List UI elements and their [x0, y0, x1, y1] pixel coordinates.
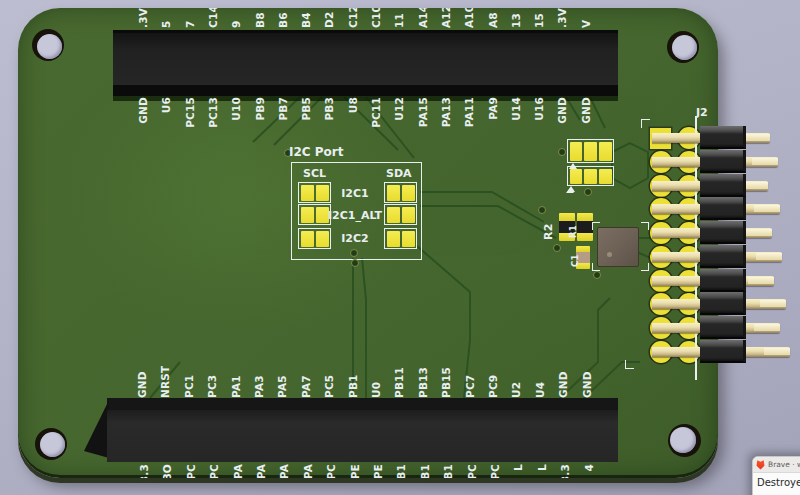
pin-label: D2	[323, 12, 335, 28]
i2c-row-label: I2C1	[310, 187, 400, 200]
j2-silk-corner	[641, 119, 650, 128]
pin-label: U4	[534, 382, 546, 398]
pin-label: L	[536, 464, 548, 471]
pin-label: PA	[278, 464, 290, 478]
pin1-dot	[607, 252, 612, 257]
pin-label: .3V	[556, 8, 568, 28]
mounting-hole-bottom-right	[668, 424, 701, 457]
pin-label: PB5	[300, 97, 312, 121]
pin-label: PB1	[395, 464, 407, 478]
j2-body-segment	[700, 150, 746, 173]
smd-pad	[402, 231, 415, 247]
pin-label: A8	[487, 12, 499, 28]
via	[584, 188, 592, 196]
pin-label: PC15	[184, 97, 196, 128]
pin-label: U6	[160, 97, 172, 113]
j2-body-segment	[700, 174, 746, 197]
via	[538, 206, 546, 214]
j2-pin-tip	[756, 253, 782, 260]
c1-designator: C1	[569, 254, 581, 267]
pin-label: PC1	[183, 375, 195, 398]
pin-label: C12	[347, 8, 359, 28]
pin-label: PC	[466, 464, 478, 478]
pin-label: B4	[300, 12, 312, 28]
pin-label: 15	[533, 13, 545, 28]
pin-label: PA	[255, 464, 267, 478]
pin-label: 3.3	[559, 464, 571, 478]
via	[558, 148, 566, 156]
pin-label: PB15	[440, 367, 452, 398]
notification-source: Brave · ww	[768, 460, 800, 469]
brave-icon	[756, 460, 765, 470]
notification-header: Brave · ww	[753, 457, 800, 473]
via	[351, 259, 359, 267]
via	[350, 249, 358, 257]
r1-designator: R1	[567, 225, 579, 238]
pin-label: 4	[583, 464, 595, 472]
pin-label: C10	[370, 8, 382, 28]
pin-label: BO	[161, 464, 173, 478]
j2-pin-tip	[748, 277, 774, 284]
j2-body-segment	[700, 221, 746, 244]
pin-label: PA3	[253, 375, 265, 398]
pin-label: PB9	[254, 97, 266, 121]
pin-label: PC	[325, 464, 337, 478]
pin-label: 5	[160, 20, 172, 28]
resistor-r1	[577, 213, 593, 241]
pin-label: PA5	[276, 375, 288, 398]
pin-label: V	[580, 20, 592, 28]
j2-designator: J2	[696, 106, 708, 119]
notification-title: Destroyer T	[753, 473, 800, 488]
i2c-row-label: I2C1_ALT	[310, 209, 400, 222]
j2-body-segment	[700, 292, 746, 315]
pin-label: PB1	[347, 374, 359, 398]
j2-pin-tip	[760, 300, 786, 307]
pin-label: PE	[372, 464, 384, 478]
pin-label: U14	[510, 97, 522, 121]
pcb-board: I2C Port SCL SDA I2C1 I2C1_ALT I2C2 R2 R…	[18, 8, 718, 478]
pin-label: PA1	[230, 375, 242, 398]
pin-label: GND	[137, 97, 149, 124]
jumper-pad-block-1	[567, 139, 614, 163]
pin-label: PC3	[206, 375, 218, 398]
pin-label: 11	[393, 13, 405, 28]
ic-chip	[597, 227, 639, 267]
chip-silk-corner	[641, 222, 649, 230]
j2-body-segment	[700, 316, 746, 339]
browser-notification[interactable]: Brave · ww Destroyer T	[752, 456, 800, 495]
pin-label: GND	[581, 371, 593, 398]
pin-label: PA13	[440, 97, 452, 127]
pin-label: NRST	[159, 366, 171, 398]
silk-triangle	[566, 188, 574, 193]
pin-label: PA9	[487, 97, 499, 120]
j2-pin-tip	[764, 348, 790, 355]
j2-body-segment	[700, 245, 746, 268]
pin-label: GND	[580, 97, 592, 124]
j2-body-segment	[700, 340, 746, 363]
via	[593, 271, 601, 279]
j2-body-segment	[700, 126, 746, 149]
smd-pad	[402, 185, 415, 201]
j2-body-segment	[700, 197, 746, 220]
pin-label: PB1	[419, 464, 431, 478]
mounting-hole-top-right	[667, 31, 699, 63]
pin-label: PE	[349, 464, 361, 478]
j2-silk-line	[695, 116, 697, 380]
mounting-hole-bottom-left	[35, 428, 67, 460]
mounting-hole-top-left	[32, 29, 64, 61]
i2c-row-label: I2C2	[310, 232, 400, 245]
pin-label: GND	[557, 371, 569, 398]
pin-label: PB7	[277, 97, 289, 121]
pin-label: C14	[207, 8, 219, 28]
pin-label: PC13	[207, 97, 219, 128]
pin-label: PB3	[323, 97, 335, 121]
j2-pin-tip	[746, 229, 772, 236]
pin-label: 7	[184, 20, 196, 28]
pin-label: .3V	[137, 8, 149, 28]
pin-label: 3.3	[138, 464, 150, 478]
pin-label: A10	[463, 8, 475, 28]
pin-label: PA11	[463, 97, 475, 127]
pin-label: PC11	[370, 97, 382, 128]
pin-label: PA	[232, 464, 244, 478]
via	[553, 244, 561, 252]
